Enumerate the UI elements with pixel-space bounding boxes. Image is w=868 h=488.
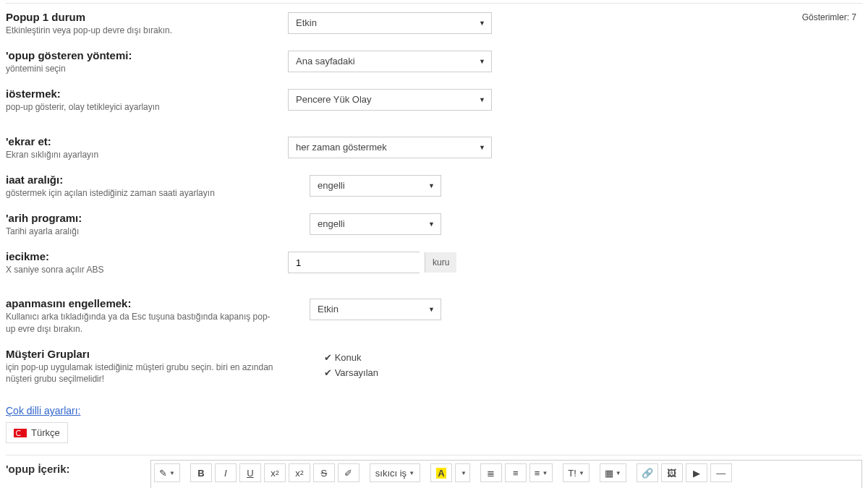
eraser-icon: ✐ bbox=[344, 468, 352, 479]
tab-language-turkish[interactable]: Türkçe bbox=[6, 422, 68, 443]
chevron-down-icon: ▼ bbox=[169, 470, 175, 476]
dropdown-format[interactable]: sıkıcı iş▼ bbox=[370, 463, 420, 482]
btn-picture[interactable]: 🖼 bbox=[661, 463, 683, 482]
label-status-title: Popup 1 durum bbox=[6, 11, 273, 23]
label-repeat-title: 'ekrar et: bbox=[6, 135, 273, 147]
list-ol-icon: ≡ bbox=[513, 468, 519, 479]
label-date-desc: Tarihi ayarla aralığı bbox=[6, 226, 273, 237]
field-method: 'opup gösteren yöntemi: yöntemini seçin … bbox=[6, 46, 802, 85]
chevron-down-icon: ▼ bbox=[479, 90, 485, 110]
chevron-down-icon: ▼ bbox=[579, 470, 584, 476]
field-date: 'arih programı: Tarihi ayarla aralığı en… bbox=[6, 209, 802, 247]
btn-subscript[interactable]: x2 bbox=[289, 463, 310, 482]
chevron-down-icon: ▼ bbox=[428, 176, 435, 196]
select-date[interactable]: engelli ▼ bbox=[310, 213, 441, 235]
btn-table[interactable]: ▦▼ bbox=[600, 463, 626, 482]
field-status: Popup 1 durum Etkinleştirin veya pop-up … bbox=[6, 8, 802, 46]
btn-unordered-list[interactable]: ≣ bbox=[480, 463, 502, 482]
btn-hr[interactable]: — bbox=[710, 463, 732, 482]
flag-tr-icon bbox=[14, 429, 27, 437]
btn-paragraph[interactable]: ≡▼ bbox=[529, 463, 553, 482]
btn-strikethrough[interactable]: S bbox=[313, 463, 335, 482]
table-icon: ▦ bbox=[605, 468, 613, 479]
label-delay-title: iecikme: bbox=[6, 250, 273, 262]
btn-superscript[interactable]: x2 bbox=[264, 463, 286, 482]
field-repeat: 'ekrar et: Ekran sıklığını ayarlayın her… bbox=[6, 124, 802, 171]
btn-ordered-list[interactable]: ≡ bbox=[505, 463, 527, 482]
link-icon: 🔗 bbox=[642, 468, 653, 479]
chevron-down-icon: ▼ bbox=[479, 13, 485, 33]
field-prevent: apanmasını engellemek: Kullanıcı arka tı… bbox=[6, 286, 802, 344]
label-delay-desc: X saniye sonra açılır ABS bbox=[6, 264, 273, 275]
stats-impressions: Gösterimler: 7 bbox=[802, 8, 862, 22]
input-delay[interactable] bbox=[289, 252, 425, 273]
select-prevent[interactable]: Etkin ▼ bbox=[310, 299, 441, 320]
select-time[interactable]: engelli ▼ bbox=[310, 175, 441, 197]
label-method-desc: yöntemini seçin bbox=[6, 63, 273, 74]
btn-underline[interactable]: U bbox=[239, 463, 261, 482]
btn-link[interactable]: 🔗 bbox=[637, 463, 658, 482]
select-repeat[interactable]: her zaman göstermek ▼ bbox=[288, 137, 492, 158]
multilang-title: Çok dilli ayarları: bbox=[6, 405, 80, 416]
btn-font-color-more[interactable]: ▼ bbox=[455, 463, 470, 482]
chevron-down-icon: ▼ bbox=[479, 137, 485, 158]
chevron-down-icon: ▼ bbox=[616, 470, 621, 476]
btn-eraser[interactable]: ✐ bbox=[338, 463, 359, 482]
checkbox-group-guest[interactable]: ✔ Konuk bbox=[324, 352, 378, 363]
label-show-desc: pop-up gösterir, olay tetikleyici ayarla… bbox=[6, 101, 273, 113]
label-time-desc: göstermek için açılan istediğiniz zaman … bbox=[6, 187, 273, 199]
align-icon: ≡ bbox=[535, 468, 540, 479]
chevron-down-icon: ▼ bbox=[479, 51, 485, 72]
btn-italic[interactable]: I bbox=[215, 463, 237, 482]
btn-video[interactable]: ▶ bbox=[686, 463, 707, 482]
checkbox-group-default[interactable]: ✔ Varsayılan bbox=[324, 367, 378, 378]
label-method-title: 'opup gösteren yöntemi: bbox=[6, 49, 273, 61]
btn-line-height[interactable]: T!▼ bbox=[563, 463, 590, 482]
chevron-down-icon: ▼ bbox=[428, 214, 435, 234]
label-content: 'opup İçerik: bbox=[6, 460, 150, 475]
chevron-down-icon: ▼ bbox=[542, 470, 548, 476]
btn-bold[interactable]: B bbox=[190, 463, 212, 482]
label-date-title: 'arih programı: bbox=[6, 212, 273, 224]
btn-font-color[interactable]: A bbox=[430, 463, 452, 482]
list-ul-icon: ≣ bbox=[487, 468, 495, 479]
label-time-title: iaat aralığı: bbox=[6, 174, 273, 186]
pencil-icon: ✎ bbox=[159, 468, 167, 479]
label-groups-desc: için pop-up uygulamak istediğiniz müşter… bbox=[6, 361, 273, 385]
video-icon: ▶ bbox=[693, 468, 700, 479]
select-status[interactable]: Etkin ▼ bbox=[288, 12, 492, 34]
field-content: 'opup İçerik: ✎▼ B I U x2 x2 S ✐ sıkıcı … bbox=[6, 460, 862, 488]
input-delay-group: kuru bbox=[288, 252, 420, 273]
editor-toolbar: ✎▼ B I U x2 x2 S ✐ sıkıcı iş▼ A ▼ ≣ ≡ ≡▼… bbox=[150, 460, 862, 488]
label-prevent-title: apanmasını engellemek: bbox=[6, 297, 273, 309]
btn-style[interactable]: ✎▼ bbox=[154, 463, 180, 482]
field-groups: Müşteri Grupları için pop-up uygulamak i… bbox=[6, 345, 802, 395]
minus-icon: — bbox=[716, 468, 726, 479]
label-prevent-desc: Kullanıcı arka tıkladığında ya da Esc tu… bbox=[6, 311, 273, 334]
label-repeat-desc: Ekran sıklığını ayarlayın bbox=[6, 149, 273, 160]
field-time: iaat aralığı: göstermek için açılan iste… bbox=[6, 171, 802, 209]
chevron-down-icon: ▼ bbox=[461, 470, 467, 476]
field-show: iöstermek: pop-up gösterir, olay tetikle… bbox=[6, 85, 802, 123]
field-delay: iecikme: X saniye sonra açılır ABS kuru bbox=[6, 247, 802, 286]
chevron-down-icon: ▼ bbox=[409, 470, 414, 476]
label-show-title: iöstermek: bbox=[6, 87, 273, 100]
select-method[interactable]: Ana sayfadaki ▼ bbox=[288, 51, 492, 72]
addon-delay-unit: kuru bbox=[425, 252, 456, 273]
select-show[interactable]: Pencere Yük Olay ▼ bbox=[288, 89, 492, 111]
label-status-desc: Etkinleştirin veya pop-up devre dışı bır… bbox=[6, 25, 273, 36]
image-icon: 🖼 bbox=[667, 468, 676, 479]
label-groups-title: Müşteri Grupları bbox=[6, 348, 273, 360]
chevron-down-icon: ▼ bbox=[428, 299, 435, 320]
